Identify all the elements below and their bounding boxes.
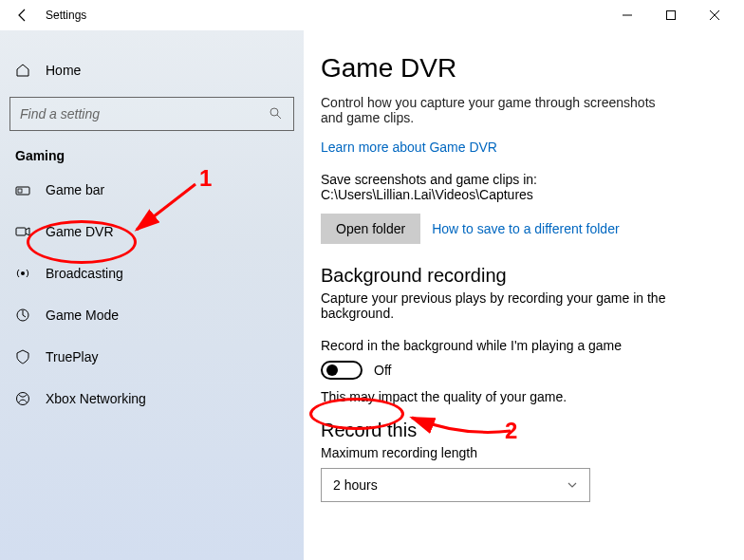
sidebar-item-game-bar[interactable]: Game bar [6,169,298,211]
svg-point-7 [21,271,25,275]
sidebar-item-label: TruePlay [46,349,99,364]
sidebar-category: Gaming [15,148,298,163]
open-folder-button[interactable]: Open folder [321,214,420,244]
back-button[interactable] [8,0,38,30]
svg-rect-6 [16,228,26,235]
game-dvr-icon [15,224,30,239]
quality-note: This may impact the quality of your game… [321,389,727,404]
record-this-title: Record this [321,420,727,441]
background-recording-title: Background recording [321,265,727,287]
home-icon [15,63,30,78]
chevron-down-icon [567,479,578,491]
page-description: Control how you capture your game throug… [321,95,672,125]
home-nav[interactable]: Home [6,51,298,89]
sidebar-item-trueplay[interactable]: TruePlay [6,336,298,378]
max-length-label: Maximum recording length [321,445,727,460]
record-background-toggle[interactable] [321,361,363,380]
background-recording-desc: Capture your previous plays by recording… [321,290,681,321]
toggle-state-label: Off [374,363,391,378]
home-label: Home [46,63,81,78]
game-mode-icon [15,308,30,323]
search-input[interactable]: Find a setting [9,97,294,131]
sidebar-item-label: Xbox Networking [46,391,146,406]
broadcasting-icon [15,266,30,281]
main-content: Game DVR Control how you capture your ga… [304,30,744,560]
svg-rect-1 [667,11,676,20]
xbox-networking-icon [15,391,30,406]
sidebar-item-xbox-networking[interactable]: Xbox Networking [6,378,298,420]
game-bar-icon [15,182,30,197]
maximize-button[interactable] [649,0,693,30]
trueplay-icon [15,349,30,364]
svg-point-9 [17,393,29,405]
sidebar-item-game-dvr[interactable]: Game DVR [6,211,298,252]
search-icon [269,106,284,121]
search-placeholder: Find a setting [20,106,100,121]
sidebar-item-label: Game Mode [46,308,119,323]
sidebar-item-label: Game DVR [46,224,114,239]
sidebar-item-label: Game bar [46,182,104,197]
page-title: Game DVR [321,53,727,84]
window-title: Settings [46,9,86,22]
toggle-knob [326,364,338,376]
record-toggle-label: Record in the background while I'm playi… [321,338,727,353]
learn-more-link[interactable]: Learn more about Game DVR [321,140,497,155]
sidebar-item-game-mode[interactable]: Game Mode [6,294,298,336]
select-value: 2 hours [333,477,378,493]
close-button[interactable] [693,0,736,30]
svg-point-2 [270,108,278,116]
svg-rect-5 [18,189,22,193]
max-length-select[interactable]: 2 hours [321,468,590,502]
save-path-text: Save screenshots and game clips in: C:\U… [321,172,691,202]
minimize-button[interactable] [605,0,649,30]
sidebar-item-label: Broadcasting [46,266,123,281]
sidebar: Home Find a setting Gaming Game bar Game… [0,30,304,560]
save-different-link[interactable]: How to save to a different folder [432,221,619,236]
svg-line-3 [277,115,281,119]
sidebar-item-broadcasting[interactable]: Broadcasting [6,252,298,294]
